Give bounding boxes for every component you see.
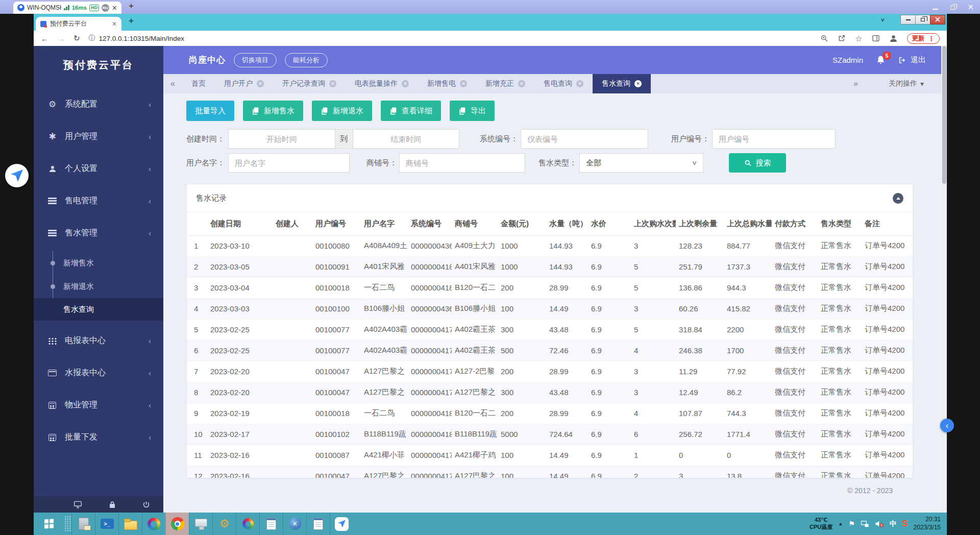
window-restore-button[interactable] <box>915 15 930 25</box>
cpu-temp-widget[interactable]: 43℃ CPU温度 <box>810 517 832 531</box>
taskbar-browser-360[interactable] <box>142 513 165 535</box>
tab-close-icon[interactable]: ✕ <box>329 80 336 87</box>
batch-import-button[interactable]: 批量导入 <box>186 101 234 121</box>
sidebar-item-user-management[interactable]: ✱ 用户管理‹ <box>34 120 163 153</box>
table-row[interactable]: 82023-02-20 00100047 A127巴黎之0000000417 A… <box>187 382 913 403</box>
new-session-tab-button[interactable]: + <box>129 1 134 11</box>
tab-user-open-account[interactable]: 用户开户✕ <box>215 74 273 93</box>
taskbar-tools-app[interactable]: ✕ <box>283 513 306 535</box>
browser-menu-icon[interactable]: ⋮ <box>928 35 935 42</box>
table-row[interactable]: 42023-03-03 00100100 B106滕小姐0000000436 B… <box>187 298 913 319</box>
browser-tab[interactable]: 预付费云平台 ✕ <box>36 17 121 31</box>
taskbar-file-explorer[interactable] <box>118 513 142 535</box>
share-icon[interactable] <box>838 34 846 42</box>
page-zoom-icon[interactable] <box>820 34 828 42</box>
submenu-item-water-sale-query[interactable]: 售水查询 <box>34 298 163 321</box>
add-water-refund-button[interactable]: 新增退水 <box>312 101 372 121</box>
table-row[interactable]: 92023-02-19 00100018 一石二鸟0000000418 B120… <box>187 403 913 424</box>
action-center-flag-icon[interactable]: ⚑ <box>848 520 855 528</box>
side-panel-icon[interactable] <box>872 34 880 42</box>
edge-panel-toggle[interactable]: ‹ <box>940 419 954 432</box>
taskbar-display-tool[interactable] <box>189 513 212 535</box>
reload-button[interactable]: ↻ <box>74 34 80 43</box>
end-time-input[interactable] <box>353 129 460 149</box>
remote-session-tab[interactable]: WIN-OQMSK21... 16ms HD RU ✕ <box>13 2 121 14</box>
shop-no-input[interactable] <box>399 153 525 173</box>
tab-close-icon[interactable]: ✕ <box>257 80 264 87</box>
export-button[interactable]: 导出 <box>450 101 495 121</box>
table-row[interactable]: 62023-02-25 00100077 A402A403霸0000000417… <box>187 340 913 361</box>
hd-badge[interactable]: HD <box>89 5 99 11</box>
ime-indicator[interactable]: 中 <box>890 519 897 528</box>
outer-restore-button[interactable] <box>950 3 955 12</box>
tab-water-sale-query[interactable]: 售水查询✕ <box>593 74 651 93</box>
tab-home[interactable]: 首页 <box>182 74 215 93</box>
sidebar-item-system-config[interactable]: ⚙ 系统配置‹ <box>34 88 163 120</box>
volume-muted-icon[interactable] <box>875 520 884 528</box>
sidebar-item-personal-settings[interactable]: 个人设置‹ <box>34 153 163 185</box>
user-badge[interactable]: RU <box>102 4 109 12</box>
logout-button[interactable]: 退出 <box>898 55 926 65</box>
table-row[interactable]: 12023-03-10 00100080 A408A409土0000000436… <box>187 235 913 256</box>
system-no-input[interactable] <box>521 129 648 149</box>
sidebar-item-batch-dispatch[interactable]: 批量下发‹ <box>34 421 163 453</box>
tab-electric-sale-query[interactable]: 售电查询✕ <box>534 74 593 93</box>
add-water-sale-button[interactable]: 新增售水 <box>243 101 303 121</box>
notifications-button[interactable]: 5 <box>876 55 885 65</box>
address-bar[interactable]: ⓘ 127.0.0.1:10315/Main/Index <box>89 34 184 43</box>
table-row[interactable]: 112023-02-16 00100087 A421椰小菲0000000417 … <box>187 445 913 466</box>
tab-close-icon[interactable]: ✕ <box>576 80 583 87</box>
table-row[interactable]: 52023-02-25 00100077 A402A403霸0000000417… <box>187 319 913 340</box>
show-hidden-icons[interactable]: ▲ <box>838 521 843 526</box>
taskbar-server-manager[interactable] <box>71 513 95 535</box>
todesk-floating-ball[interactable] <box>5 164 29 187</box>
tab-add-recharge-fix[interactable]: 新增充正✕ <box>476 74 534 93</box>
tab-meter-batch-ops[interactable]: 电表批量操作✕ <box>346 74 418 93</box>
sidebar-item-property-management[interactable]: 物业管理‹ <box>34 389 163 421</box>
sidebar-item-water-sales[interactable]: 售水管理‹ <box>34 217 163 249</box>
taskbar-chrome[interactable] <box>165 513 189 535</box>
update-button[interactable]: 更新 ⋮ <box>907 33 940 44</box>
window-minimize-button[interactable] <box>900 15 916 25</box>
taskbar-notepad-app-2[interactable] <box>306 513 330 535</box>
start-time-input[interactable] <box>228 129 335 149</box>
close-operations-dropdown[interactable]: 关闭操作 ▾ <box>889 79 924 88</box>
forward-button[interactable]: → <box>57 34 65 43</box>
tab-open-account-records[interactable]: 开户记录查询✕ <box>273 74 346 93</box>
water-type-select[interactable]: 全部 ˅ <box>579 153 703 173</box>
monitor-icon[interactable] <box>74 501 82 508</box>
view-detail-button[interactable]: 查看详细 <box>381 101 441 121</box>
taskbar-todesk[interactable] <box>330 513 353 535</box>
new-tab-button[interactable]: + <box>129 16 134 26</box>
table-row[interactable]: 72023-02-20 00100047 A127巴黎之0000000417 A… <box>187 361 913 382</box>
table-row[interactable]: 102023-02-17 00100102 B118B119蔬000000041… <box>187 424 913 445</box>
tab-close-icon[interactable]: ✕ <box>634 80 642 87</box>
user-name-input[interactable] <box>228 153 350 173</box>
network-icon[interactable] <box>861 520 869 528</box>
taskbar-powershell[interactable]: >_ <box>95 513 118 535</box>
sidebar-item-electric-report-center[interactable]: 电报表中心‹ <box>34 325 163 357</box>
user-no-input[interactable] <box>712 129 836 149</box>
tab-close-icon[interactable]: ✕ <box>518 80 525 87</box>
tab-add-electric-sale[interactable]: 新增售电✕ <box>418 74 476 93</box>
sogou-input-icon[interactable]: S <box>902 519 908 529</box>
taskbar-clock[interactable]: 20:31 2023/3/15 <box>914 516 941 531</box>
site-info-icon[interactable]: ⓘ <box>89 34 95 43</box>
lock-icon[interactable] <box>109 501 116 508</box>
search-button[interactable]: 搜索 <box>729 153 786 173</box>
switch-project-button[interactable]: 切换项目 <box>234 53 277 67</box>
window-menu-icon[interactable]: ˅ <box>880 16 885 24</box>
profile-avatar-icon[interactable] <box>889 34 898 43</box>
tab-close-icon[interactable]: ✕ <box>402 80 409 87</box>
scrollbar-thumb[interactable] <box>942 46 946 184</box>
tab-close-icon[interactable]: ✕ <box>112 20 117 28</box>
window-close-button[interactable]: ✕ <box>930 15 945 25</box>
outer-minimize-button[interactable] <box>933 3 938 12</box>
start-button[interactable] <box>34 513 64 535</box>
table-row[interactable]: 122023-02-16 00100047 A127巴黎之0000000417 … <box>187 466 913 478</box>
energy-analysis-button[interactable]: 能耗分析 <box>285 53 328 67</box>
taskbar-color-ring-app[interactable] <box>236 513 259 535</box>
table-row[interactable]: 32023-03-04 00100018 一石二鸟0000000418 B120… <box>187 277 913 298</box>
close-session-icon[interactable]: ✕ <box>112 4 117 12</box>
submenu-item-add-water-sale[interactable]: 新增售水 <box>34 251 163 275</box>
